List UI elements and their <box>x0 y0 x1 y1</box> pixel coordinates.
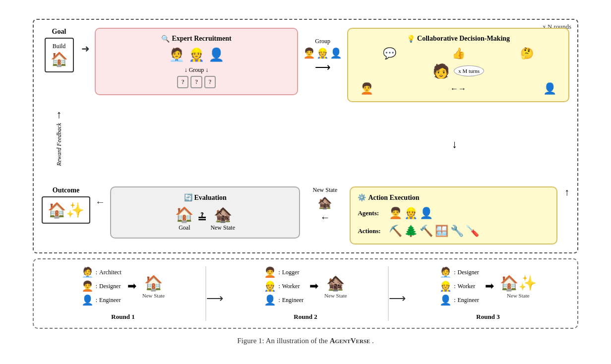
round-3-content: 🧑‍💼 : Designer 👷 : Worker 👤 : Engineer <box>410 266 566 306</box>
agent-icons: 🧑‍🦱 👷 👤 <box>389 207 433 220</box>
eval-title-text: Evaluation <box>194 194 227 202</box>
eval-goal-label: Goal <box>179 224 190 232</box>
outcome-box: Outcome 🏠✨ <box>42 186 90 224</box>
tool-5: 🔧 <box>450 225 464 238</box>
r1-sep-1: : <box>96 269 97 276</box>
between-r2-r3: ⟶ <box>389 266 406 321</box>
agents-label: Agents: <box>358 209 385 217</box>
action-title: ⚙️ Action Execution <box>358 193 550 202</box>
tool-1: ⛏️ <box>389 225 402 238</box>
r3-avatar-1: 🧑‍💼 <box>439 266 452 278</box>
round-2-agent-2: 👷 : Worker <box>264 280 304 292</box>
round-1-label: Round 1 <box>111 313 134 321</box>
round-1-agent-list: 🧑‍💼 : Architect 🧑‍🦱 : Designer 👤 : Engin… <box>81 266 122 306</box>
round-1-agent-2: 🧑‍🦱 : Designer <box>81 280 122 292</box>
page-container: x N rounds Goal Build 🏠 ➜ 🔍 Expert Recru… <box>33 19 578 346</box>
expert-avatar-3: 👤 <box>208 47 224 62</box>
collab-title: 💡 Collaborative Decision-Making <box>407 35 510 43</box>
tool-3: 🔨 <box>420 225 433 238</box>
round-3-agent-3: 👤 : Engineer <box>439 294 479 306</box>
tool-4: 🪟 <box>435 225 448 238</box>
spacer-middle <box>295 108 335 181</box>
collab-left-avatar: 🧑‍🦱 <box>360 82 373 95</box>
r3-sep-3: : <box>454 297 455 304</box>
agent-icon-3: 👤 <box>420 207 433 220</box>
reward-feedback-section: ↑ Reward Feedback ↓ <box>42 108 76 181</box>
spacer-expert <box>81 108 290 181</box>
r1-new-state: New State <box>142 293 165 299</box>
collab-down-arrow: ↓ <box>340 108 569 181</box>
thumbs-up: 👍 <box>452 47 465 60</box>
group-agent-2: 👷 <box>316 47 329 59</box>
group-agent-1: 🧑‍🦱 <box>303 47 315 59</box>
eval-new-state: 🏚️ New State <box>210 206 235 232</box>
r1-avatar-1: 🧑‍💼 <box>81 266 94 278</box>
eval-goal: 🏠 Goal <box>175 206 193 232</box>
r1-role-2: Designer <box>99 283 121 290</box>
round-1-content: 🧑‍💼 : Architect 🧑‍🦱 : Designer 👤 : Engin… <box>45 266 201 306</box>
new-state-emoji-mid: 🏚️ <box>317 196 332 210</box>
return-up-arrow: ↑ <box>564 186 569 198</box>
round-2-agent-1: 🧑‍🦱 : Logger <box>264 266 304 278</box>
caption-text: Figure 1: An illustration of the <box>237 337 328 345</box>
goal-inner: Build 🏠 <box>45 38 74 72</box>
q-box-2: ? <box>190 76 202 88</box>
new-state-arrow-section: New State 🏚️ ← <box>305 186 345 223</box>
action-title-text: Action Execution <box>368 194 419 202</box>
tool-2: 🌲 <box>404 225 418 238</box>
action-icon: ⚙️ <box>358 193 366 202</box>
r1-sep-3: : <box>96 297 97 304</box>
collab-bottom: 🧑‍🦱 ←→ 👤 <box>355 82 561 95</box>
return-arrow: ↑ <box>562 186 569 198</box>
action-agents-row: Agents: 🧑‍🦱 👷 👤 <box>358 207 550 220</box>
q-box-1: ? <box>177 76 188 88</box>
eval-new-state-label: New State <box>210 224 235 232</box>
thinking-emoji: 🤔 <box>520 47 534 60</box>
r2-sep-2: : <box>278 283 280 290</box>
r2-sep-3: : <box>278 297 280 304</box>
r3-role-2: Worker <box>458 283 476 290</box>
eval-equals: ≟ <box>197 212 206 225</box>
collab-icon: 💡 <box>407 35 415 43</box>
goal-label: Goal <box>52 28 66 36</box>
main-diagram: x N rounds Goal Build 🏠 ➜ 🔍 Expert Recru… <box>33 19 578 254</box>
r1-avatar-2: 🧑‍🦱 <box>81 280 94 292</box>
turns-label: x M turns <box>454 65 484 76</box>
eval-to-outcome-arrow: ← <box>95 186 105 208</box>
r1-house-col: 🏠 New State <box>142 274 165 299</box>
r3-role-3: Engineer <box>458 297 479 304</box>
r3-sep-1: : <box>454 269 455 276</box>
r3-role-1: Designer <box>458 269 479 276</box>
collaborative-box: 💡 Collaborative Decision-Making 💬 👍 🤔 🧑 … <box>347 28 569 102</box>
new-state-label-top: New State <box>313 186 338 194</box>
goal-to-expert-arrow: ➜ <box>81 28 90 55</box>
light-bubble: 💬 <box>383 47 396 60</box>
r3-new-state: New State <box>507 293 530 299</box>
outcome-label: Outcome <box>53 186 79 194</box>
collab-top: 💬 👍 🤔 <box>355 47 561 60</box>
reward-feedback-text: Reward Feedback <box>56 123 63 166</box>
goal-box: Goal Build 🏠 <box>42 28 76 72</box>
expert-title: 🔍 Expert Recruitment <box>161 35 231 43</box>
r3-avatar-2: 👷 <box>439 280 452 292</box>
round-2-label: Round 2 <box>294 313 317 321</box>
middle-connector: ↑ Reward Feedback ↓ ↓ <box>42 108 569 181</box>
round-3-agent-2: 👷 : Worker <box>439 280 479 292</box>
expert-icon: 🔍 <box>161 35 170 43</box>
r2-role-3: Engineer <box>282 297 304 304</box>
rounds-section: 🧑‍💼 : Architect 🧑‍🦱 : Designer 👤 : Engin… <box>33 258 578 329</box>
between-r1-r2: ⟶ <box>206 266 223 321</box>
round-1-col: 🧑‍💼 : Architect 🧑‍🦱 : Designer 👤 : Engin… <box>41 266 206 321</box>
r2-arrow: ➡ <box>309 280 318 293</box>
tool-6: 🪛 <box>466 225 479 238</box>
round-3-label: Round 3 <box>476 313 499 321</box>
r1-avatar-3: 👤 <box>81 294 94 306</box>
expert-group-row: ↓ Group ↓ ? ? ? <box>177 66 216 88</box>
r2-sep-1: : <box>278 269 280 276</box>
eval-new-state-emoji: 🏚️ <box>214 206 232 223</box>
r1-role-3: Engineer <box>99 297 121 304</box>
action-actions-row: Actions: ⛏️ 🌲 🔨 🪟 🔧 🪛 <box>358 225 550 238</box>
collab-arrows: ←→ <box>450 84 466 93</box>
collab-inner: 💬 👍 🤔 🧑 x M turns 🧑‍🦱 ←→ 👤 <box>355 47 561 95</box>
agent-icon-2: 👷 <box>404 207 418 220</box>
